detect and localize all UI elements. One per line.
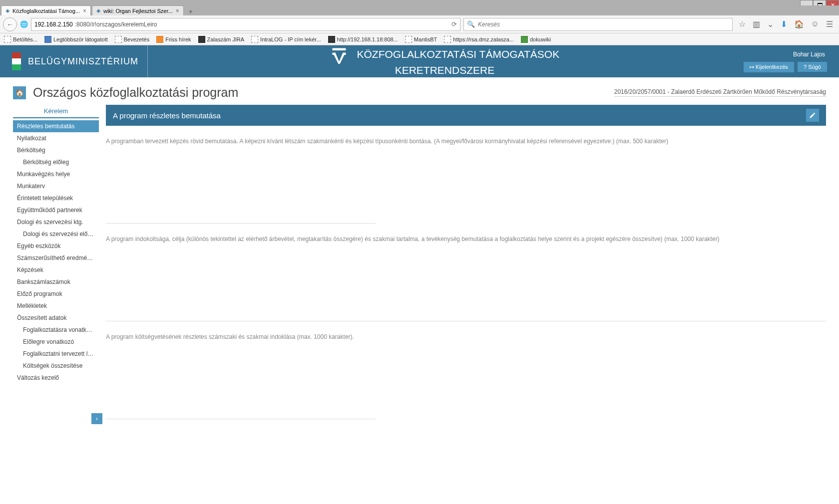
bookmark-favicon-icon: [405, 36, 412, 43]
home-button[interactable]: 🏠: [13, 86, 26, 99]
app-title-line2: KERETRENDSZERE: [395, 64, 495, 76]
sidebar-item[interactable]: Változás kezelő: [13, 372, 99, 384]
sidebar-item[interactable]: Foglalkoztatni tervezett lét...: [13, 348, 99, 360]
search-icon: 🔍: [467, 20, 475, 28]
smiley-icon[interactable]: ☺: [811, 19, 819, 29]
browser-tab[interactable]: ◈wiki: Organ Fejlesztoi Szer...×: [92, 5, 184, 15]
section-textarea[interactable]: [106, 344, 376, 419]
tab-close-icon[interactable]: ×: [83, 7, 86, 14]
nav-toolbar: ← 🌐 192.168.2.150:8080/#!orszagos/kerele…: [0, 15, 839, 33]
app-header-left: BELÜGYMINISZTÉRIUM: [12, 45, 148, 77]
bookmark-label: dokuwiki: [530, 36, 551, 42]
bookmark-favicon-icon: [115, 36, 122, 43]
bookmark-item[interactable]: dokuwiki: [521, 36, 551, 43]
bookmark-item[interactable]: Friss hírek: [156, 36, 191, 43]
browser-tabs: ◈Közfoglalkoztatási Támog...×◈wiki: Orga…: [0, 5, 839, 15]
sidebar-item[interactable]: Egyéb eszközök: [13, 240, 99, 252]
sidebar-collapse-button[interactable]: ‹: [91, 413, 102, 424]
app-header-right: Bohar Lajos ↦ Kijelentkezés ? Súgó: [742, 51, 827, 72]
section-label: A program indokoltsága, célja (különös t…: [106, 236, 826, 243]
sidebar-item[interactable]: Képzések: [13, 264, 99, 276]
crest-icon: [12, 52, 21, 70]
bookmark-favicon-icon: [198, 36, 205, 43]
bookmark-label: Zalaszám JIRA: [207, 36, 245, 42]
bookmark-favicon-icon: [44, 36, 51, 43]
bookmark-star-icon[interactable]: ☆: [739, 19, 746, 29]
sidebar-item[interactable]: Érintetett települések: [13, 192, 99, 204]
section-textarea[interactable]: [106, 247, 826, 321]
sidebar-item[interactable]: Összesített adatok: [13, 312, 99, 324]
bookmark-favicon-icon: [4, 36, 11, 43]
tab-favicon-icon: ◈: [5, 7, 9, 14]
bookmark-item[interactable]: http://192.168.1.18:808...: [328, 36, 398, 43]
user-name: Bohar Lajos: [742, 51, 827, 58]
url-host: 192.168.2.150: [34, 21, 73, 28]
bookmark-label: MantisBT: [414, 36, 437, 42]
sidebar-item[interactable]: Mellékletek: [13, 300, 99, 312]
sidebar: Kérelem Részletes bemtutatásNyilatkozatB…: [13, 105, 99, 419]
sidebar-header[interactable]: Kérelem: [13, 105, 99, 118]
bookmark-item[interactable]: MantisBT: [405, 36, 437, 43]
tab-title: wiki: Organ Fejlesztoi Szer...: [103, 8, 173, 14]
search-input[interactable]: [478, 21, 729, 28]
sidebar-item[interactable]: Dologi és szervezési előleg: [13, 228, 99, 240]
url-bar[interactable]: 192.168.2.150:8080/#!orszagos/kerelemLei…: [31, 18, 460, 31]
reload-icon[interactable]: ⟳: [451, 20, 457, 28]
sidebar-item[interactable]: Bérköltség: [13, 144, 99, 156]
sidebar-item[interactable]: Számszerűsíthető eredmény...: [13, 252, 99, 264]
bookmark-label: Betöltés...: [13, 36, 37, 42]
sidebar-item[interactable]: Bankszámlaszámok: [13, 276, 99, 288]
reading-list-icon[interactable]: ▥: [753, 19, 760, 29]
section-label: A programban tervezett képzés rövid bemu…: [106, 138, 826, 145]
browser-tab[interactable]: ◈Közfoglalkoztatási Támog...×: [1, 5, 91, 15]
bookmark-label: http://192.168.1.18:808...: [337, 36, 398, 42]
menu-icon[interactable]: ☰: [826, 19, 833, 29]
page-title-left: 🏠 Országos közfoglalkoztatási program: [13, 85, 238, 100]
sidebar-item[interactable]: Részletes bemtutatás: [13, 120, 99, 132]
section-textarea[interactable]: [106, 149, 376, 224]
downloads-icon[interactable]: ⬇: [781, 19, 787, 29]
url-rest: :8080/#!orszagos/kerelemLeiro: [75, 21, 449, 28]
edit-button[interactable]: [806, 109, 819, 122]
globe-icon: 🌐: [20, 20, 28, 28]
nav-icons: ☆ ▥ ⌄ ⬇ 🏠 ☺ ☰: [736, 19, 836, 29]
bookmark-item[interactable]: Bevezetés: [115, 36, 149, 43]
bookmark-label: https://rsa.dmz.zalasza...: [453, 36, 514, 42]
org-name: BELÜGYMINISZTÉRIUM: [28, 56, 138, 67]
tab-close-icon[interactable]: ×: [176, 7, 179, 14]
sidebar-item[interactable]: Nyilatkozat: [13, 132, 99, 144]
tab-favicon-icon: ◈: [96, 7, 100, 14]
sidebar-item[interactable]: Előző programok: [13, 288, 99, 300]
bookmark-item[interactable]: Betöltés...: [4, 36, 37, 43]
content: A program részletes bemutatása A program…: [106, 105, 826, 419]
app-header: BELÜGYMINISZTÉRIUM KÖZFOGLALKOZTATÁSI TÁ…: [0, 45, 839, 77]
bookmark-label: Friss hírek: [165, 36, 191, 42]
nav-back-button[interactable]: ←: [3, 17, 17, 31]
sidebar-item[interactable]: Foglalkoztatásra vonatkozó: [13, 324, 99, 336]
bookmark-favicon-icon: [251, 36, 258, 43]
bookmark-item[interactable]: Zalaszám JIRA: [198, 36, 245, 43]
bookmark-item[interactable]: https://rsa.dmz.zalasza...: [444, 36, 514, 43]
logout-button[interactable]: ↦ Kijelentkezés: [744, 62, 794, 72]
page-title: Országos közfoglalkoztatási program: [33, 85, 238, 100]
home-icon[interactable]: 🏠: [794, 19, 804, 29]
sidebar-item[interactable]: Bérköltség előleg: [13, 156, 99, 168]
app-logo-icon: [330, 46, 348, 64]
bookmark-favicon-icon: [328, 36, 335, 43]
bookmark-item[interactable]: IntraLOG - IP cím lekér...: [251, 36, 321, 43]
tab-title: Közfoglalkoztatási Támog...: [12, 8, 80, 14]
bookmark-item[interactable]: Legtöbbször látogatott: [44, 36, 108, 43]
sidebar-item[interactable]: Együttműködő partnerek: [13, 204, 99, 216]
app-header-center: KÖZFOGLALKOZTATÁSI TÁMOGATÁSOK KERETREND…: [148, 46, 742, 77]
sidebar-item[interactable]: Dologi és szervezési ktg.: [13, 216, 99, 228]
panel-header: A program részletes bemutatása: [106, 105, 826, 126]
bookmark-label: Bevezetés: [124, 36, 149, 42]
pocket-icon[interactable]: ⌄: [767, 19, 774, 29]
search-bar[interactable]: 🔍: [463, 18, 733, 31]
sidebar-item[interactable]: Költségek összesítése: [13, 360, 99, 372]
sidebar-item[interactable]: Munkaterv: [13, 180, 99, 192]
new-tab-button[interactable]: +: [185, 7, 197, 15]
sidebar-item[interactable]: Előlegre vonatkozó: [13, 336, 99, 348]
sidebar-item[interactable]: Munkavégzés helye: [13, 168, 99, 180]
help-button[interactable]: ? Súgó: [798, 62, 827, 72]
